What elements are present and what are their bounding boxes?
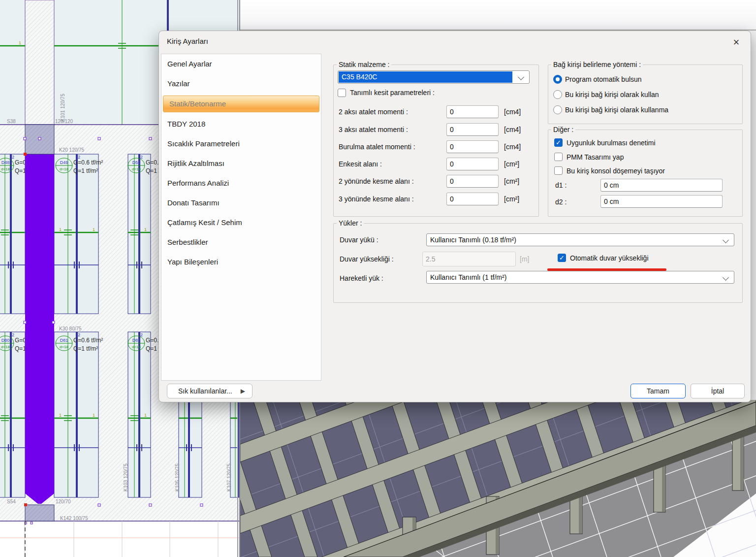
svg-text:1: 1: [144, 413, 147, 418]
close-icon[interactable]: ×: [729, 35, 744, 50]
dialog-kiris-ayarlari: Kiriş Ayarları × Genel Ayarlar Yazılar S…: [158, 31, 751, 402]
row-label: Enkesit alanı :: [339, 160, 382, 168]
chevron-down-icon: [723, 237, 729, 243]
d1-label: d1 :: [555, 181, 567, 189]
sidebar-item-performans-analizi[interactable]: Performans Analizi: [161, 173, 321, 193]
sidebar-item-catlamis-kesit-sehim[interactable]: Çatlamış Kesit / Sehim: [161, 213, 321, 232]
svg-text:2: 2: [78, 332, 80, 337]
favorites-label: Sık kullanılanlar...: [178, 387, 232, 395]
group-label: Diğer :: [551, 126, 575, 133]
checkbox-label: PMM Tasarımı yap: [567, 153, 624, 161]
duvar-yuksekligi-label: Duvar yüksekliği :: [340, 255, 394, 263]
render-3d-view[interactable]: [240, 400, 756, 557]
svg-text:D80: D80: [1, 338, 10, 343]
group-diger: Diğer : ✓ Uygunluk burulması denetimi PM…: [548, 130, 743, 217]
svg-text:d=18: d=18: [60, 345, 69, 349]
duvar-yuksekligi-input: [422, 252, 516, 266]
checkbox-label: Uygunluk burulması denetimi: [567, 139, 656, 147]
label-k20: K20 120/75: [59, 147, 85, 153]
svg-text:1: 1: [144, 227, 147, 232]
material-value: C35 B420C: [339, 71, 512, 83]
radio-bag-kirisi-kullan[interactable]: [553, 90, 562, 99]
material-combobox[interactable]: C35 B420C: [338, 70, 530, 84]
svg-text:1: 1: [93, 413, 95, 418]
cancel-button[interactable]: İptal: [691, 384, 745, 398]
svg-text:1: 1: [19, 40, 21, 45]
svg-text:d=18: d=18: [1, 345, 10, 349]
pmm-tasarimi-checkbox[interactable]: [554, 153, 563, 161]
sidebar-item-tbdy-2018[interactable]: TBDY 2018: [161, 114, 321, 134]
sidebar-item-yazilar[interactable]: Yazılar: [161, 74, 321, 94]
row-label: 2 yönünde kesme alanı :: [339, 177, 414, 185]
arrow-right-icon: ▶: [241, 384, 245, 398]
group-label: Bağ kirişi belirleme yöntemi :: [551, 61, 643, 68]
sidebar-item-serbestlikler[interactable]: Serbestlikler: [161, 232, 321, 252]
svg-text:d=18: d=18: [132, 345, 141, 349]
row-input[interactable]: [446, 123, 499, 136]
group-statik-malzeme: Statik malzeme : C35 B420C Tanımlı kesit…: [333, 65, 539, 217]
svg-text:d=18: d=18: [60, 167, 69, 171]
svg-text:G=0.6 tf/m²: G=0.6 tf/m²: [73, 159, 103, 166]
ok-button[interactable]: Tamam: [630, 384, 686, 398]
radio-bag-kirisi-kullanma[interactable]: [553, 105, 562, 114]
label-s38: S38: [7, 119, 16, 124]
row-unit: [cm²]: [504, 195, 519, 203]
row-input[interactable]: [446, 158, 499, 170]
label-k30: K30 80/75: [59, 326, 82, 331]
sidebar-item-sicaklik-parametreleri[interactable]: Sıcaklık Parametreleri: [161, 134, 321, 154]
duvar-yuku-combobox[interactable]: Kullanıcı Tanımlı (0.18 tf/m²): [426, 233, 734, 246]
column-s54[interactable]: [25, 505, 54, 521]
svg-text:Q=1 tf/m²: Q=1 tf/m²: [73, 167, 98, 174]
kesit-parametreleri-checkbox[interactable]: [338, 89, 346, 97]
sidebar-item-rijitlik-azaltilmasi[interactable]: Rijitlik Azaltılması: [161, 154, 321, 173]
svg-text:1: 1: [59, 413, 62, 418]
duvar-yuku-value: Kullanıcı Tanımlı (0.18 tf/m²): [427, 234, 717, 245]
konsol-dosemeyi-checkbox[interactable]: [554, 166, 563, 175]
otomatik-duvar-label: Otomatik duvar yüksekliği: [570, 254, 649, 262]
label-k101: K101 120/75: [60, 94, 65, 122]
row-input[interactable]: [446, 140, 499, 153]
dialog-sidebar: Genel Ayarlar Yazılar Statik/Betonarme T…: [161, 54, 321, 381]
uygunluk-burulmasi-checkbox[interactable]: ✓: [554, 138, 563, 147]
svg-text:D49: D49: [60, 160, 68, 165]
d1-input[interactable]: [600, 179, 723, 192]
sidebar-item-yapi-bilesenleri[interactable]: Yapı Bileşenleri: [161, 252, 321, 272]
radio-label: Program otomatik bulsun: [565, 75, 642, 83]
group-label: Statik malzeme :: [337, 61, 391, 68]
hareketli-yuk-combobox[interactable]: Kullanıcı Tanımlı (1 tf/m²): [426, 271, 734, 284]
row-unit: [cm²]: [504, 160, 519, 168]
label-k107: K107 120/75: [226, 463, 232, 491]
label-120-70: 120/70: [56, 499, 71, 504]
checkbox-label: Bu kiriş konsol döşemeyi taşıyor: [567, 167, 665, 175]
svg-text:2: 2: [12, 332, 14, 337]
row-label: 2 aksı atalet momenti :: [339, 108, 408, 116]
row-unit: [cm4]: [504, 108, 521, 116]
row-label: Burulma atalet momenti :: [339, 143, 415, 151]
row-unit: [cm4]: [504, 126, 521, 133]
otomatik-duvar-checkbox[interactable]: ✓: [558, 254, 566, 262]
sidebar-item-donati-tasarimi[interactable]: Donatı Tasarımı: [161, 193, 321, 213]
svg-text:2: 2: [12, 155, 14, 160]
svg-text:D50: D50: [132, 160, 141, 165]
d2-input[interactable]: [600, 195, 723, 208]
radio-program-otomatik[interactable]: [553, 75, 562, 84]
sidebar-item-statik-betonarme[interactable]: Statik/Betonarme: [163, 96, 319, 112]
row-input[interactable]: [446, 193, 499, 205]
beam-endpoint-red: [24, 503, 27, 506]
kesit-parametreleri-label: Tanımlı kesit parametreleri :: [350, 89, 435, 97]
selected-beam[interactable]: [25, 154, 54, 504]
radio-label: Bu kirişi bağ kirişi olarak kullanma: [565, 106, 668, 114]
svg-text:D82: D82: [132, 338, 141, 343]
group-bag-kirisi: Bağ kirişi belirleme yöntemi : Program o…: [548, 65, 743, 124]
label-k142: K142 100/75: [60, 516, 88, 521]
label-k105: K105 120/75: [175, 463, 180, 491]
chevron-down-icon: [518, 74, 524, 80]
favorites-button[interactable]: Sık kullanılanlar... ▶: [167, 384, 252, 398]
label-k103: K103 120/75: [123, 463, 128, 491]
row-input[interactable]: [446, 105, 499, 118]
group-yukler: Yükler : Duvar yükü : Kullanıcı Tanımlı …: [333, 223, 743, 303]
sidebar-item-genel-ayarlar[interactable]: Genel Ayarlar: [161, 54, 321, 74]
d2-label: d2 :: [555, 198, 567, 206]
row-input[interactable]: [446, 175, 499, 188]
beam-endpoint-red: [24, 153, 27, 156]
